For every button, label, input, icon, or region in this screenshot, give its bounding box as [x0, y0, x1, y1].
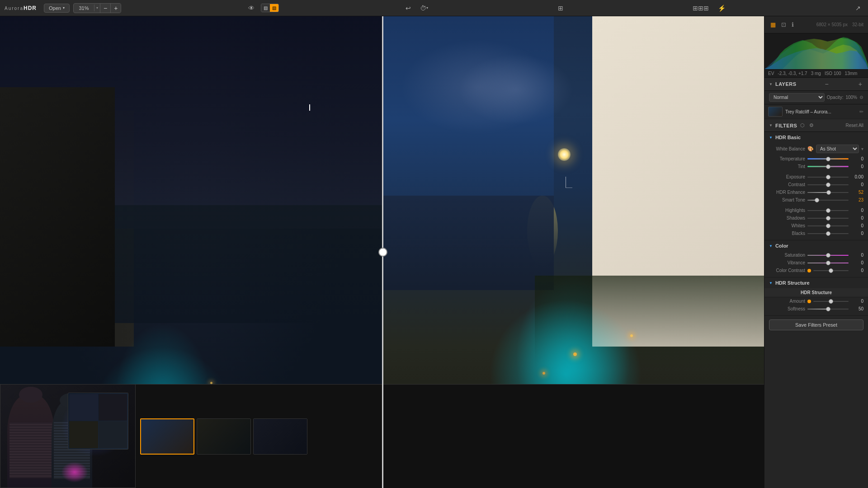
- hdr-basic-header[interactable]: ▼ HDR Basic: [764, 132, 868, 143]
- highlights-slider[interactable]: [807, 210, 849, 211]
- layer-item-1[interactable]: Trey Ratcliff – Aurora... ✏: [764, 104, 868, 119]
- color-contrast-thumb[interactable]: [829, 268, 833, 273]
- hdr-structure-inner-header: HDR Structure: [764, 288, 868, 297]
- whites-label: Whites: [769, 223, 805, 228]
- crop-button[interactable]: ⊞: [555, 3, 566, 14]
- settings-button[interactable]: ⚡: [715, 3, 728, 14]
- shadows-slider[interactable]: [807, 218, 849, 219]
- zoom-out-button[interactable]: −: [100, 4, 110, 13]
- vibrance-thumb[interactable]: [826, 261, 830, 265]
- amount-value: 0: [851, 299, 863, 304]
- temperature-slider[interactable]: [807, 158, 849, 160]
- hdr-structure-collapse-icon: ▼: [769, 281, 773, 285]
- hdr-enhance-label: HDR Enhance: [769, 190, 805, 195]
- exposure-thumb[interactable]: [826, 175, 830, 179]
- panel-scroll[interactable]: ▼ LAYERS − + Normal Opacity: 100% ⚙: [764, 78, 868, 488]
- contrast-thumb[interactable]: [826, 183, 830, 187]
- histogram-chart: [764, 33, 868, 69]
- filters-title: FILTERS: [775, 123, 797, 128]
- color-contrast-label: Color Contrast: [769, 268, 805, 273]
- layers-section-header: ▼ LAYERS − +: [764, 78, 868, 91]
- layer-edit-button[interactable]: ✏: [859, 109, 864, 115]
- wb-dropdown-icon[interactable]: ▾: [861, 146, 863, 151]
- hdr-structure-header[interactable]: ▼ HDR Structure: [764, 277, 868, 288]
- softness-thumb[interactable]: [826, 307, 830, 311]
- preview-button[interactable]: 👁: [245, 3, 257, 14]
- layer-thumbnail: [768, 107, 783, 117]
- filter-settings-btn[interactable]: ⚙: [808, 122, 815, 129]
- topbar: AuroraHDR Open ▾ 31% ▾ − + 👁 ▨ ▧ ↩ ⏱ ▾ ⊞…: [0, 0, 868, 16]
- hdr-enhance-slider[interactable]: [807, 192, 849, 193]
- filmstrip-thumb-1[interactable]: [140, 418, 194, 455]
- wb-select[interactable]: As Shot: [816, 145, 859, 153]
- wb-label: White Balance: [769, 146, 805, 151]
- blacks-row: Blacks 0: [764, 230, 868, 237]
- filter-mask-btn[interactable]: ⬡: [799, 122, 806, 129]
- amount-slider[interactable]: [813, 301, 849, 302]
- save-filters-preset-button[interactable]: Save Filters Preset: [769, 319, 863, 330]
- amount-dot: [807, 300, 811, 303]
- eye-icon: 👁: [248, 5, 255, 12]
- layers-minus-btn[interactable]: −: [824, 80, 830, 88]
- whites-row: Whites 0: [764, 222, 868, 230]
- opacity-label: Opacity:: [827, 95, 844, 100]
- hdr-basic-collapse-icon: ▼: [769, 136, 773, 140]
- wb-picker-button[interactable]: 🎨: [807, 146, 814, 152]
- single-view-btn[interactable]: ▨: [261, 4, 270, 12]
- histogram-panel-btn[interactable]: ▦: [769, 20, 777, 29]
- smart-tone-slider[interactable]: [807, 200, 849, 201]
- history-icon: ⏱: [420, 5, 426, 12]
- grid-view-button[interactable]: ⊞⊞⊞: [690, 3, 712, 14]
- hdr-structure-title: HDR Structure: [775, 280, 810, 286]
- tint-thumb[interactable]: [826, 164, 830, 169]
- opacity-settings-icon[interactable]: ⚙: [859, 95, 863, 100]
- right-panel: ▦ ⊡ ℹ 6802 × 5035 px 32-bit: [764, 16, 868, 488]
- contrast-label: Contrast: [769, 182, 805, 187]
- highlights-value: 0: [851, 208, 863, 213]
- amount-row: Amount 0: [764, 297, 868, 305]
- open-button[interactable]: Open ▾: [44, 4, 70, 13]
- history-button[interactable]: ⏱ ▾: [417, 3, 431, 14]
- blend-mode-select[interactable]: Normal: [769, 93, 825, 102]
- layers-add-btn[interactable]: +: [857, 80, 863, 88]
- canvas-area[interactable]: [0, 16, 764, 488]
- blacks-value: 0: [851, 231, 863, 236]
- undo-button[interactable]: ↩: [403, 3, 414, 14]
- filmstrip-thumb-2[interactable]: [197, 418, 251, 455]
- reset-all-button[interactable]: Reset All: [846, 123, 863, 128]
- split-divider[interactable]: [382, 16, 383, 488]
- saturation-slider[interactable]: [807, 255, 849, 256]
- layers-controls: Normal Opacity: 100% ⚙: [764, 91, 868, 104]
- exposure-slider[interactable]: [807, 177, 849, 178]
- blacks-thumb[interactable]: [826, 231, 830, 236]
- whites-value: 0: [851, 223, 863, 228]
- shadows-thumb[interactable]: [826, 216, 830, 221]
- iso-value: ISO 100: [825, 71, 841, 76]
- hdr-enhance-thumb[interactable]: [826, 190, 831, 195]
- exposure-row: Exposure 0.00: [764, 173, 868, 181]
- layers-panel-btn[interactable]: ⊡: [780, 20, 788, 29]
- whites-thumb[interactable]: [826, 224, 830, 228]
- color-header[interactable]: ▼ Color: [764, 240, 868, 251]
- zoom-in-button[interactable]: +: [110, 4, 121, 13]
- shadows-label: Shadows: [769, 216, 805, 221]
- whites-slider[interactable]: [807, 225, 849, 226]
- blacks-slider[interactable]: [807, 233, 849, 234]
- focal-length: 13mm: [845, 71, 858, 76]
- export-button[interactable]: ↗: [853, 3, 863, 14]
- info-panel-btn[interactable]: ℹ: [790, 20, 795, 29]
- amount-thumb[interactable]: [829, 299, 833, 304]
- softness-slider[interactable]: [807, 309, 849, 310]
- smart-tone-thumb[interactable]: [815, 198, 819, 202]
- temperature-thumb[interactable]: [826, 157, 830, 161]
- filmstrip-thumb-3[interactable]: [253, 418, 307, 455]
- zoom-controls: 31% ▾ − +: [73, 3, 121, 13]
- highlights-thumb[interactable]: [826, 208, 830, 213]
- vibrance-slider[interactable]: [807, 263, 849, 263]
- color-contrast-slider[interactable]: [813, 270, 849, 271]
- tint-slider[interactable]: [807, 166, 849, 167]
- split-view-btn[interactable]: ▧: [270, 4, 278, 12]
- saturation-thumb[interactable]: [826, 253, 830, 258]
- contrast-slider[interactable]: [807, 184, 849, 185]
- amount-label: Amount: [769, 299, 805, 304]
